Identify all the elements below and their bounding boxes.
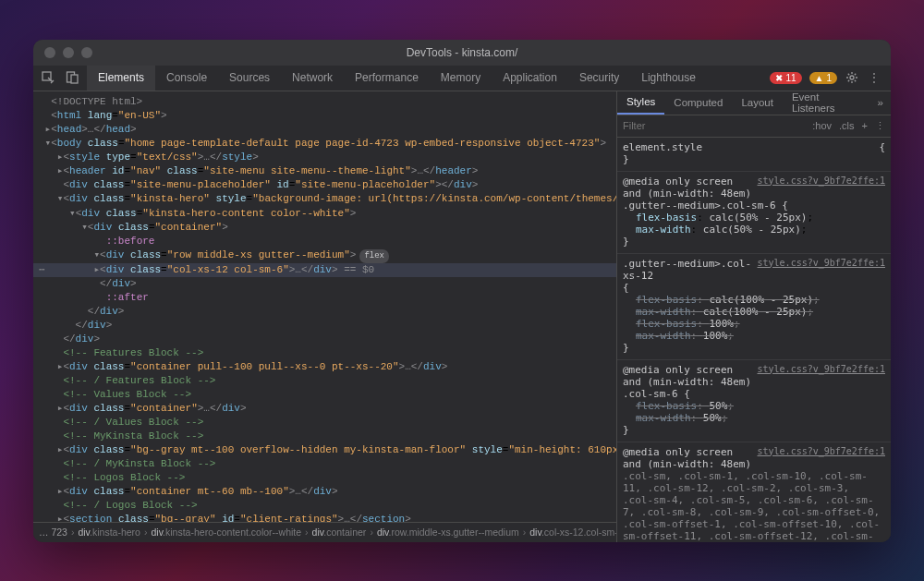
styles-tab-layout[interactable]: Layout [732,91,783,115]
style-rule[interactable]: @media only screen and (min-width: 48em)… [617,360,891,442]
styles-more-icon[interactable]: ⋮ [875,120,885,132]
tab-network[interactable]: Network [281,66,344,91]
error-count-badge[interactable]: ✖11 [770,72,801,84]
error-icon: ✖ [775,73,783,83]
tab-performance[interactable]: Performance [344,66,430,91]
selected-dom-node[interactable]: ⋯ ▸<div class="col-xs-12 col-sm-6">…</di… [33,263,616,277]
tab-memory[interactable]: Memory [430,66,492,91]
new-style-rule-icon[interactable]: + [862,120,868,131]
main-area: <!DOCTYPE html> <html lang="en-US"> ▸<he… [33,91,891,542]
svg-rect-2 [71,75,78,83]
warning-icon: ▲ [815,73,824,83]
main-tabs: Elements Console Sources Network Perform… [87,66,707,91]
breadcrumb-item[interactable]: div.kinsta-hero-content.color--white [151,527,301,538]
tab-lighthouse[interactable]: Lighthouse [630,66,707,91]
style-rule[interactable]: @media only screen and (min-width: 48em)… [617,442,891,542]
breadcrumbs: … 723 › div.kinsta-hero › div.kinsta-her… [33,522,616,542]
inspect-element-icon[interactable] [41,70,55,85]
styles-rules[interactable]: element.style { } @media only screen and… [617,138,891,542]
styles-tabs-more-icon[interactable]: » [870,97,891,108]
tab-elements[interactable]: Elements [87,66,155,91]
styles-tabs: Styles Computed Layout Event Listeners » [617,91,891,115]
dom-tree[interactable]: <!DOCTYPE html> <html lang="en-US"> ▸<he… [33,91,616,522]
source-link[interactable]: style.css?v_9bf7e2ffe:1 [758,258,885,282]
window-title: DevTools - kinsta.com/ [33,46,891,59]
hov-toggle[interactable]: :hov [812,120,832,131]
styles-panel: Styles Computed Layout Event Listeners »… [617,91,891,542]
styles-tab-styles[interactable]: Styles [617,91,664,115]
tab-security[interactable]: Security [568,66,630,91]
more-icon[interactable]: ⋮ [867,70,881,85]
breadcrumb-prefix[interactable]: … 723 [39,527,67,538]
titlebar: DevTools - kinsta.com/ [33,40,891,66]
warning-count-badge[interactable]: ▲1 [809,72,837,84]
toolbar: Elements Console Sources Network Perform… [33,66,891,91]
settings-icon[interactable] [845,70,859,85]
style-rule[interactable]: element.style { } [617,138,891,172]
svg-point-3 [850,76,854,79]
tab-sources[interactable]: Sources [218,66,281,91]
style-rule[interactable]: .gutter--medium>.col-xs-12style.css?v_9b… [617,254,891,360]
styles-filter-row: :hov .cls + ⋮ [617,115,891,138]
tab-console[interactable]: Console [155,66,218,91]
tab-application[interactable]: Application [492,66,568,91]
elements-panel: <!DOCTYPE html> <html lang="en-US"> ▸<he… [33,91,617,542]
styles-tab-computed[interactable]: Computed [664,91,732,115]
flex-pill[interactable]: flex [359,249,389,263]
breadcrumb-item[interactable]: div.container [312,527,367,538]
devtools-window: DevTools - kinsta.com/ Elements Console … [33,40,891,542]
styles-tab-event-listeners[interactable]: Event Listeners [783,91,870,115]
source-link[interactable]: style.css?v_9bf7e2ffe:1 [758,364,885,388]
doctype-node[interactable]: <!DOCTYPE html> [51,96,142,107]
breadcrumb-item[interactable]: div.kinsta-hero [78,527,140,538]
style-rule[interactable]: @media only screen and (min-width: 48em)… [617,172,891,254]
source-link[interactable]: style.css?v_9bf7e2ffe:1 [758,446,885,470]
breadcrumb-item[interactable]: div.row.middle-xs.gutter--medium [377,527,519,538]
breadcrumb-item-active[interactable]: div.col-xs-12.col-sm-6 [529,527,616,538]
source-link[interactable]: style.css?v_9bf7e2ffe:1 [758,176,885,200]
cls-toggle[interactable]: .cls [839,120,855,131]
styles-filter-input[interactable] [623,120,805,131]
device-toggle-icon[interactable] [65,70,79,85]
